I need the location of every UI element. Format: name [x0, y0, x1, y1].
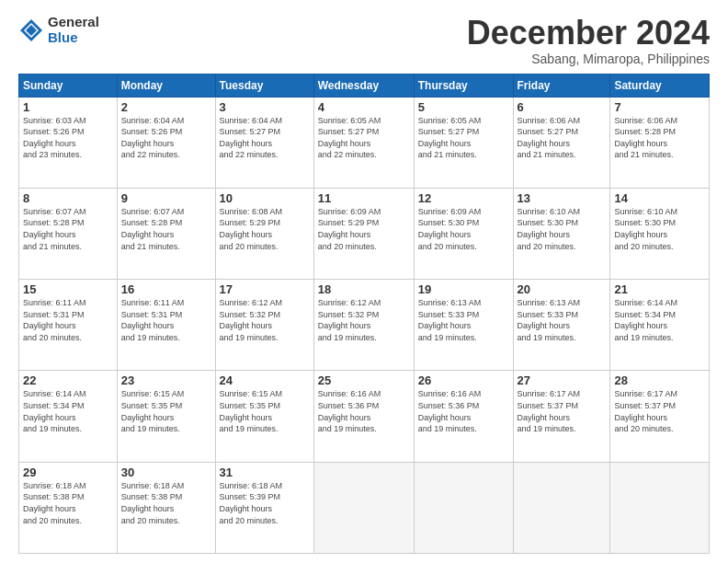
col-friday: Friday	[513, 74, 610, 97]
day-number: 4	[318, 100, 410, 114]
day-number: 21	[614, 282, 705, 296]
day-number: 30	[121, 465, 211, 479]
table-row: 25 Sunrise: 6:16 AMSunset: 5:36 PMDaylig…	[313, 371, 414, 462]
table-row: 5 Sunrise: 6:05 AMSunset: 5:27 PMDayligh…	[414, 97, 513, 188]
day-info: Sunrise: 6:04 AMSunset: 5:26 PMDaylight …	[121, 116, 185, 160]
table-row: 14 Sunrise: 6:10 AMSunset: 5:30 PMDaylig…	[610, 188, 710, 279]
table-row	[313, 462, 414, 553]
table-row: 10 Sunrise: 6:08 AMSunset: 5:29 PMDaylig…	[215, 188, 313, 279]
day-number: 12	[418, 191, 509, 205]
day-info: Sunrise: 6:18 AMSunset: 5:39 PMDaylight …	[220, 481, 283, 525]
logo-icon	[18, 17, 44, 43]
day-number: 6	[518, 100, 607, 114]
calendar-week-row: 22 Sunrise: 6:14 AMSunset: 5:34 PMDaylig…	[19, 371, 710, 462]
day-info: Sunrise: 6:06 AMSunset: 5:27 PMDaylight …	[518, 116, 581, 160]
table-row: 31 Sunrise: 6:18 AMSunset: 5:39 PMDaylig…	[215, 462, 313, 553]
day-info: Sunrise: 6:03 AMSunset: 5:26 PMDaylight …	[23, 116, 86, 160]
day-info: Sunrise: 6:15 AMSunset: 5:35 PMDaylight …	[220, 389, 283, 433]
day-number: 1	[23, 100, 113, 114]
table-row: 13 Sunrise: 6:10 AMSunset: 5:30 PMDaylig…	[513, 188, 610, 279]
day-number: 2	[121, 100, 211, 114]
day-number: 16	[121, 282, 211, 296]
calendar-week-row: 1 Sunrise: 6:03 AMSunset: 5:26 PMDayligh…	[19, 97, 710, 188]
day-number: 9	[121, 191, 211, 205]
day-number: 5	[418, 100, 509, 114]
col-wednesday: Wednesday	[313, 74, 414, 97]
day-number: 10	[220, 191, 310, 205]
day-number: 17	[220, 282, 310, 296]
day-info: Sunrise: 6:07 AMSunset: 5:28 PMDaylight …	[121, 207, 185, 251]
table-row: 6 Sunrise: 6:06 AMSunset: 5:27 PMDayligh…	[513, 97, 610, 188]
day-info: Sunrise: 6:17 AMSunset: 5:37 PMDaylight …	[518, 389, 581, 433]
day-number: 18	[318, 282, 410, 296]
month-title: December 2024	[467, 15, 710, 52]
day-info: Sunrise: 6:05 AMSunset: 5:27 PMDaylight …	[318, 116, 381, 160]
table-row: 12 Sunrise: 6:09 AMSunset: 5:30 PMDaylig…	[414, 188, 513, 279]
day-info: Sunrise: 6:05 AMSunset: 5:27 PMDaylight …	[418, 116, 482, 160]
col-saturday: Saturday	[610, 74, 710, 97]
table-row: 29 Sunrise: 6:18 AMSunset: 5:38 PMDaylig…	[19, 462, 118, 553]
day-number: 19	[418, 282, 509, 296]
table-row: 22 Sunrise: 6:14 AMSunset: 5:34 PMDaylig…	[19, 371, 118, 462]
day-number: 15	[23, 282, 113, 296]
table-row: 23 Sunrise: 6:15 AMSunset: 5:35 PMDaylig…	[117, 371, 215, 462]
table-row: 8 Sunrise: 6:07 AMSunset: 5:28 PMDayligh…	[19, 188, 118, 279]
title-block: December 2024 Sabang, Mimaropa, Philippi…	[467, 15, 710, 66]
col-thursday: Thursday	[414, 74, 513, 97]
table-row: 18 Sunrise: 6:12 AMSunset: 5:32 PMDaylig…	[313, 280, 414, 371]
day-number: 3	[220, 100, 310, 114]
day-info: Sunrise: 6:14 AMSunset: 5:34 PMDaylight …	[23, 389, 86, 433]
day-number: 14	[614, 191, 705, 205]
table-row: 1 Sunrise: 6:03 AMSunset: 5:26 PMDayligh…	[19, 97, 118, 188]
day-info: Sunrise: 6:06 AMSunset: 5:28 PMDaylight …	[614, 116, 677, 160]
day-number: 8	[23, 191, 113, 205]
day-number: 11	[318, 191, 410, 205]
day-number: 24	[220, 373, 310, 387]
day-info: Sunrise: 6:04 AMSunset: 5:27 PMDaylight …	[220, 116, 283, 160]
day-info: Sunrise: 6:10 AMSunset: 5:30 PMDaylight …	[614, 207, 677, 251]
logo-blue: Blue	[48, 30, 99, 46]
table-row: 20 Sunrise: 6:13 AMSunset: 5:33 PMDaylig…	[513, 280, 610, 371]
day-number: 22	[23, 373, 113, 387]
day-number: 27	[518, 373, 607, 387]
day-info: Sunrise: 6:13 AMSunset: 5:33 PMDaylight …	[418, 298, 482, 342]
table-row	[513, 462, 610, 553]
day-info: Sunrise: 6:18 AMSunset: 5:38 PMDaylight …	[23, 481, 86, 525]
day-info: Sunrise: 6:12 AMSunset: 5:32 PMDaylight …	[318, 298, 381, 342]
table-row: 3 Sunrise: 6:04 AMSunset: 5:27 PMDayligh…	[215, 97, 313, 188]
day-number: 23	[121, 373, 211, 387]
calendar-week-row: 15 Sunrise: 6:11 AMSunset: 5:31 PMDaylig…	[19, 280, 710, 371]
day-info: Sunrise: 6:09 AMSunset: 5:30 PMDaylight …	[418, 207, 482, 251]
table-row: 9 Sunrise: 6:07 AMSunset: 5:28 PMDayligh…	[117, 188, 215, 279]
table-row: 17 Sunrise: 6:12 AMSunset: 5:32 PMDaylig…	[215, 280, 313, 371]
table-row: 24 Sunrise: 6:15 AMSunset: 5:35 PMDaylig…	[215, 371, 313, 462]
header: General Blue December 2024 Sabang, Mimar…	[18, 15, 710, 66]
day-number: 20	[518, 282, 607, 296]
col-sunday: Sunday	[19, 74, 118, 97]
table-row: 19 Sunrise: 6:13 AMSunset: 5:33 PMDaylig…	[414, 280, 513, 371]
table-row: 11 Sunrise: 6:09 AMSunset: 5:29 PMDaylig…	[313, 188, 414, 279]
day-number: 25	[318, 373, 410, 387]
day-number: 28	[614, 373, 705, 387]
table-row	[414, 462, 513, 553]
table-row	[610, 462, 710, 553]
table-row: 7 Sunrise: 6:06 AMSunset: 5:28 PMDayligh…	[610, 97, 710, 188]
day-info: Sunrise: 6:11 AMSunset: 5:31 PMDaylight …	[23, 298, 86, 342]
day-info: Sunrise: 6:16 AMSunset: 5:36 PMDaylight …	[318, 389, 381, 433]
logo-text: General Blue	[48, 15, 99, 45]
day-info: Sunrise: 6:15 AMSunset: 5:35 PMDaylight …	[121, 389, 185, 433]
day-number: 26	[418, 373, 509, 387]
day-info: Sunrise: 6:13 AMSunset: 5:33 PMDaylight …	[518, 298, 581, 342]
calendar-header-row: Sunday Monday Tuesday Wednesday Thursday…	[19, 74, 710, 97]
calendar-table: Sunday Monday Tuesday Wednesday Thursday…	[18, 74, 710, 554]
table-row: 4 Sunrise: 6:05 AMSunset: 5:27 PMDayligh…	[313, 97, 414, 188]
day-info: Sunrise: 6:17 AMSunset: 5:37 PMDaylight …	[614, 389, 677, 433]
day-number: 13	[518, 191, 607, 205]
table-row: 28 Sunrise: 6:17 AMSunset: 5:37 PMDaylig…	[610, 371, 710, 462]
page: General Blue December 2024 Sabang, Mimar…	[0, 0, 728, 563]
table-row: 21 Sunrise: 6:14 AMSunset: 5:34 PMDaylig…	[610, 280, 710, 371]
table-row: 27 Sunrise: 6:17 AMSunset: 5:37 PMDaylig…	[513, 371, 610, 462]
day-number: 29	[23, 465, 113, 479]
day-info: Sunrise: 6:12 AMSunset: 5:32 PMDaylight …	[220, 298, 283, 342]
calendar-week-row: 29 Sunrise: 6:18 AMSunset: 5:38 PMDaylig…	[19, 462, 710, 553]
